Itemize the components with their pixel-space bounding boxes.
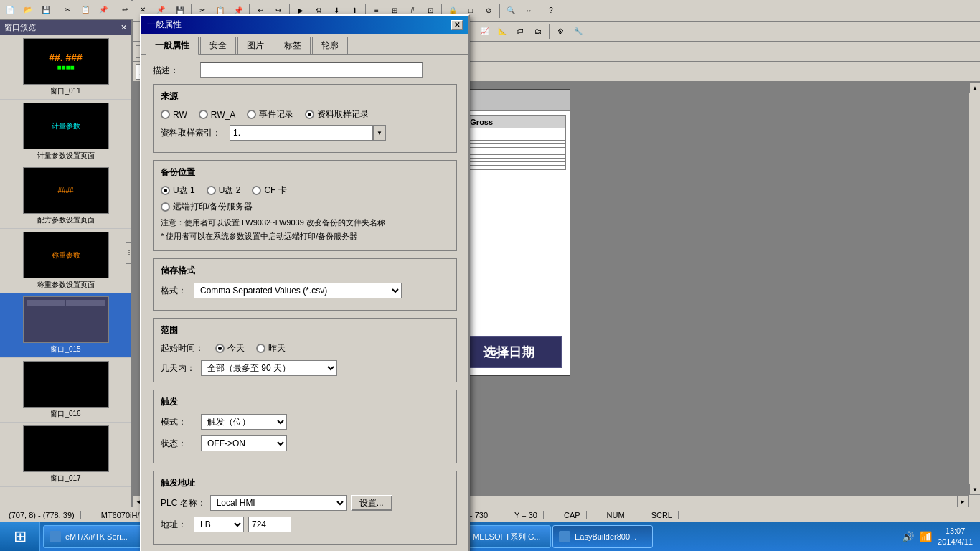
state-combo: OFF->ON ON->OFF xyxy=(201,435,287,451)
addr-type-select[interactable]: LB LW xyxy=(194,517,244,532)
dialog-body: 描述： 来源 RW RW_A 事件记录 xyxy=(141,55,468,551)
time-radio-group: 今天 昨天 xyxy=(215,342,286,354)
storage-format-section: 储存格式 格式： Comma Separated Values (*.csv) … xyxy=(153,258,457,311)
note2: * 使用者可以在系统参数设置中启动远端打印/备份服务器 xyxy=(161,231,449,242)
radio-rwa-circle xyxy=(199,110,208,119)
remote-print-group: 远端打印/备份服务器 xyxy=(161,201,449,213)
days-row: 几天内： 全部（最多至 90 天） 1天 7天 30天 xyxy=(161,360,449,376)
sample-index-dropdown-btn[interactable]: ▼ xyxy=(373,125,386,141)
tab-outline[interactable]: 轮廓 xyxy=(312,37,348,54)
plc-name-select[interactable]: Local HMI xyxy=(210,495,347,511)
state-row: 状态： OFF->ON ON->OFF xyxy=(161,435,449,451)
radio-rw[interactable]: RW xyxy=(161,110,187,120)
remote-label: 远端打印/备份服务器 xyxy=(173,201,253,213)
radio-today[interactable]: 今天 xyxy=(215,342,245,354)
dialog-close-btn[interactable]: ✕ xyxy=(451,20,463,30)
radio-event-circle xyxy=(247,110,256,119)
days-select[interactable]: 全部（最多至 90 天） 1天 7天 30天 xyxy=(201,360,337,376)
backup-section: 备份位置 U盘 1 U盘 2 CF 卡 xyxy=(153,160,457,251)
radio-usb2-circle xyxy=(207,186,216,195)
radio-datasample-circle xyxy=(305,110,314,119)
description-row: 描述： xyxy=(153,62,457,78)
desc-label: 描述： xyxy=(153,65,196,77)
plc-setup-btn[interactable]: 设置... xyxy=(351,495,392,511)
radio-remote[interactable]: 远端打印/备份服务器 xyxy=(161,201,253,213)
plc-name-label: PLC 名称： xyxy=(161,497,206,509)
sample-index-input[interactable] xyxy=(230,125,373,141)
tab-label[interactable]: 标签 xyxy=(275,37,311,54)
source-radio-group: RW RW_A 事件记录 资料取样记录 xyxy=(161,108,449,121)
trigger-addr-title: 触发地址 xyxy=(161,477,449,489)
sample-index-label: 资料取样索引： xyxy=(161,127,225,139)
format-label: 格式： xyxy=(161,285,189,297)
tab-general[interactable]: 一般属性 xyxy=(146,37,199,55)
state-label: 状态： xyxy=(161,438,197,450)
mode-combo: 触发（位） 触发（字） 周期 xyxy=(201,414,287,430)
desc-input[interactable] xyxy=(200,62,423,78)
format-row: 格式： Comma Separated Values (*.csv) Excel… xyxy=(161,283,449,298)
tab-security[interactable]: 安全 xyxy=(200,37,236,54)
trigger-section: 触发 模式： 触发（位） 触发（字） 周期 状态： xyxy=(153,390,457,463)
note1: 注意：使用者可以设置 LW9032~LW9039 改变备份的文件夹名称 xyxy=(161,217,449,228)
mode-label: 模式： xyxy=(161,416,197,428)
radio-yesterday-circle xyxy=(256,344,265,353)
sample-index-row: 资料取样索引： ▼ xyxy=(161,125,449,141)
radio-cf-circle xyxy=(252,186,261,195)
range-section: 范围 起始时间： 今天 昨天 几天内： xyxy=(153,318,457,382)
radio-usb2[interactable]: U盘 2 xyxy=(207,184,241,197)
storage-format-title: 储存格式 xyxy=(161,265,449,277)
days-combo: 全部（最多至 90 天） 1天 7天 30天 xyxy=(201,360,337,376)
start-time-row: 起始时间： 今天 昨天 xyxy=(161,342,449,354)
radio-rwa[interactable]: RW_A xyxy=(199,110,235,120)
addr-value-input[interactable] xyxy=(248,517,291,532)
range-title: 范围 xyxy=(161,324,449,336)
plc-name-row: PLC 名称： Local HMI 设置... xyxy=(161,495,449,511)
dialog-title: 一般属性 xyxy=(147,19,182,31)
addr-row: 地址： LB LW xyxy=(161,517,449,532)
radio-usb1[interactable]: U盘 1 xyxy=(161,184,195,197)
radio-datasample[interactable]: 资料取样记录 xyxy=(305,108,369,121)
radio-rw-circle xyxy=(161,110,170,119)
format-select[interactable]: Comma Separated Values (*.csv) Excel (*.… xyxy=(194,283,402,298)
radio-event[interactable]: 事件记录 xyxy=(247,108,293,121)
dialog-tabs: 一般属性 安全 图片 标签 轮廓 xyxy=(141,34,468,55)
dialog-titlebar: 一般属性 ✕ xyxy=(141,16,468,34)
backup-radio-group: U盘 1 U盘 2 CF 卡 xyxy=(161,184,449,197)
sample-index-combo: ▼ xyxy=(230,125,386,141)
addr-label: 地址： xyxy=(161,519,189,531)
days-label: 几天内： xyxy=(161,362,197,375)
source-section: 来源 RW RW_A 事件记录 xyxy=(153,84,457,153)
mode-row: 模式： 触发（位） 触发（字） 周期 xyxy=(161,414,449,430)
source-title: 来源 xyxy=(161,90,449,103)
state-select[interactable]: OFF->ON ON->OFF xyxy=(201,435,287,451)
backup-title: 备份位置 xyxy=(161,166,449,179)
trigger-title: 触发 xyxy=(161,396,449,408)
radio-remote-circle xyxy=(161,202,170,212)
tab-picture[interactable]: 图片 xyxy=(237,37,273,54)
start-time-label: 起始时间： xyxy=(161,342,211,354)
trigger-addr-section: 触发地址 PLC 名称： Local HMI 设置... 地址： LB LW xyxy=(153,471,457,545)
radio-today-circle xyxy=(215,344,225,353)
radio-yesterday[interactable]: 昨天 xyxy=(256,342,286,354)
format-combo: Comma Separated Values (*.csv) Excel (*.… xyxy=(194,283,402,298)
radio-usb1-circle xyxy=(161,186,170,195)
mode-select[interactable]: 触发（位） 触发（字） 周期 xyxy=(201,414,287,430)
dialog-overlay: 一般属性 ✕ 一般属性 安全 图片 标签 轮廓 描述： 来源 RW xyxy=(0,0,980,551)
radio-cf[interactable]: CF 卡 xyxy=(252,184,286,197)
properties-dialog: 一般属性 ✕ 一般属性 安全 图片 标签 轮廓 描述： 来源 RW xyxy=(140,14,470,551)
